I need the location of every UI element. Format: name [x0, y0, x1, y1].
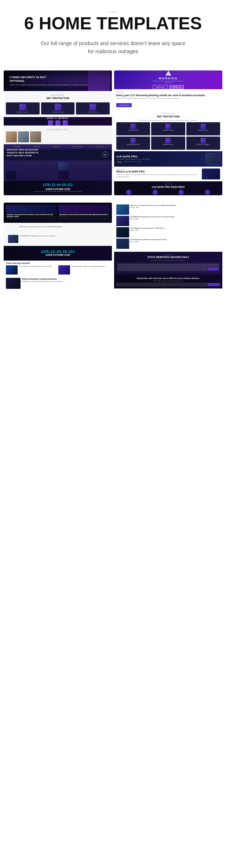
- news-item-4: Understanding the Hidden security Strate…: [58, 171, 110, 179]
- news-grid-2: DHS Issues emergency Directive to Counte…: [6, 224, 110, 244]
- r-protection-grid: THREATS BLOCK THREATS BLOCK THREATS BLOC…: [116, 122, 220, 150]
- cloud-title: Cloud Security Articles: [6, 262, 110, 264]
- event-counter-2: 1376:22:44:50:312: [41, 250, 74, 254]
- learn-more-btn[interactable]: LEARN MORE: [153, 85, 167, 89]
- shield-icon-3: [90, 104, 96, 110]
- r-prot-card-6: ENCRYPTED EMAILS: [186, 137, 220, 150]
- cloud-grid: Five Strategies to Optimize Cloud Securi…: [6, 265, 110, 275]
- bl-thumb-1: [116, 204, 129, 215]
- news-grid: DHS Issues emergency Directive to Counte…: [4, 160, 112, 181]
- logo-2: GAMING: [34, 146, 40, 148]
- event-title-2: SAFE FUTURE CON: [45, 254, 70, 256]
- template-card-left-2[interactable]: SPEAKUP LINUX BACKDOOR TARGETS LINUX SER…: [4, 203, 112, 291]
- cloud-text-1: Five Strategies to Optimize Cloud Securi…: [19, 265, 51, 275]
- phishing-label: FEATURED: [116, 91, 220, 93]
- r-shield-icon-5: [165, 138, 171, 143]
- feat-2: FIREWALL: [143, 190, 168, 195]
- ursafe-nav-item[interactable]: HOME: [116, 161, 123, 163]
- hiw-icon-2: [55, 120, 61, 126]
- hero-sub: Unlike older malware that targeted busin…: [10, 84, 88, 86]
- logo-1: PLAYRORE: [12, 146, 21, 148]
- blog-title: SPEAKUP LINUX BACKDOOR TARGETS LINUX SER…: [7, 149, 43, 157]
- subscribe-btn[interactable]: [207, 283, 220, 286]
- hero-person-image: [88, 70, 110, 91]
- blog-card-2: WE INVEST IN EDUCATION, INNOVATION AND E…: [59, 205, 110, 221]
- subscribe-text: Unlike older malware that targeted busin…: [116, 280, 220, 282]
- blog-list-item-4: Understanding the Hidden Security Strate…: [116, 239, 220, 249]
- news-text-4: Understanding the Hidden security Strate…: [70, 171, 103, 173]
- bl-title-3: Top 10 Biggest Security Breaches of 2019…: [130, 227, 164, 229]
- hero-text: CYBER SECURITY IS NOT OPTIONAL Unlike ol…: [7, 73, 91, 88]
- news-text-2: The DMCA Brings Monthly Security Threats…: [70, 162, 106, 164]
- feat-1: ANTI VIRUS: [116, 190, 142, 195]
- prot-card-3: THREATS BLOCK: [76, 102, 110, 115]
- r-prot-card-2: THREATS BLOCK: [151, 122, 185, 135]
- event-counter: 1376:22:44:50:312: [7, 184, 109, 187]
- r-shield-icon-6: [201, 138, 206, 143]
- bl-date-2: Mar 1, 2019: [130, 218, 175, 220]
- ursafe-left: U-R-SAFE PRO The Ultimate Security Syste…: [116, 155, 203, 163]
- hacked-email-input[interactable]: [169, 264, 219, 267]
- phishing-stat: Every year 3.71 thousand phishing emails…: [116, 94, 220, 97]
- ursafe-nav-item-2[interactable]: FEATURES: [124, 161, 130, 163]
- hacked-name-input[interactable]: [118, 264, 168, 267]
- accent-decoration: [15, 11, 211, 13]
- template-card-right-2[interactable]: DHS Issues emergency Directive to Counte…: [114, 203, 222, 291]
- hacked-form: [116, 262, 220, 273]
- blog-card-date-2: MARCH 1, 2019: [59, 215, 109, 217]
- features-title: U-R-SAFE PRO FEATURES: [116, 186, 220, 188]
- hacked-row-2: [118, 268, 219, 270]
- news-item-2-2: The DMCA Brings Monthly Security Threats…: [8, 235, 107, 243]
- r-shield-icon-3: [201, 124, 206, 129]
- event-section-2: 1376:22:44:50:312 SAFE FUTURE CON: [4, 246, 112, 261]
- news-thumb-3: [6, 171, 16, 179]
- template-card-left-1[interactable]: CYBER SECURITY IS NOT OPTIONAL Unlike ol…: [4, 70, 112, 195]
- blog-card-img-1: [6, 205, 57, 213]
- bl-date-3: Mar 5, 2019: [130, 229, 164, 231]
- bl-text-1: DHS Issues emergency Directive to Counte…: [130, 204, 176, 215]
- r-shield-icon-2: [165, 124, 171, 129]
- shield-icon-2: [55, 104, 61, 110]
- ursafe-nav-item-4[interactable]: BLOG: [138, 161, 142, 163]
- ursafe-nav-item-3[interactable]: PRICING: [131, 161, 137, 163]
- r-card-label-2: THREATS BLOCK: [153, 130, 183, 131]
- ursafe-sub: The Ultimate Security System For Your Se…: [116, 158, 203, 160]
- hacked-submit-btn[interactable]: [208, 268, 219, 270]
- bl-date-4: Mar 8, 2019: [130, 241, 167, 243]
- blog-list-section: DHS Issues emergency Directive to Counte…: [114, 203, 222, 252]
- bl-thumb-4: [116, 239, 129, 249]
- customers-row: [6, 131, 110, 142]
- hacked-phone-input[interactable]: [118, 268, 207, 270]
- customer-avatar-1: [6, 131, 17, 142]
- blog-card-title-2: WE INVEST IN EDUCATION, INNOVATION AND E…: [59, 214, 109, 215]
- subscribe-email-input[interactable]: [116, 283, 207, 286]
- news-item-1: DHS Issues emergency Directive to Counte…: [6, 162, 57, 170]
- phishing-text: Unlike older malware that targeted busin…: [116, 97, 220, 99]
- page-header: 6 HOME TEMPLATES Our full range of produ…: [0, 0, 226, 63]
- phishing-learn-btn[interactable]: LEARN MORE: [116, 103, 132, 107]
- r-prot-card-1: THREATS BLOCK: [116, 122, 150, 135]
- blog-overlay: NOT THIS BLOG SPEAKUP LINUX BACKDOOR TAR…: [7, 149, 43, 157]
- play-button[interactable]: [102, 152, 108, 157]
- template-card-right-1[interactable]: WARNING Why is Internet Security Importa…: [114, 70, 222, 195]
- cloud-item-1: Five Strategies to Optimize Cloud Securi…: [6, 265, 57, 275]
- bl-title-1: DHS Issues emergency Directive to Counte…: [130, 204, 176, 206]
- card-label-3: THREATS BLOCK: [77, 111, 108, 113]
- ursafe-title: U-R-SAFE PRO: [116, 155, 203, 158]
- ursafe-device-img: [202, 168, 220, 179]
- ethical-content: Ethical Hacking Training Seminar Unlike …: [22, 278, 63, 289]
- r-shield-icon-4: [131, 138, 136, 143]
- warning-triangle-icon: [165, 70, 171, 76]
- protection-label: FEATURING: [4, 92, 112, 97]
- features-section: FEATURING U-R-SAFE PRO FEATURES ANTI VIR…: [114, 181, 222, 195]
- cloud-item-2: Understanding the Hidden security Strate…: [58, 265, 110, 275]
- event-section: 1376:22:44:50:312 SAFE FUTURE CON An eve…: [4, 181, 112, 195]
- prot-card-1: FIREWALL BLOCK: [6, 102, 40, 115]
- subscribe-form: [116, 283, 220, 286]
- r-shield-icon-1: [131, 124, 136, 129]
- hiw-icons: [48, 120, 68, 126]
- feat-4: LOCK PROTECTION: [195, 190, 220, 195]
- cloud-section: Cloud Security Articles Five Strategies …: [4, 261, 112, 276]
- contact-btn[interactable]: CONTACT US: [169, 85, 184, 89]
- prot-card-2: THREATS BLOCK: [41, 102, 75, 115]
